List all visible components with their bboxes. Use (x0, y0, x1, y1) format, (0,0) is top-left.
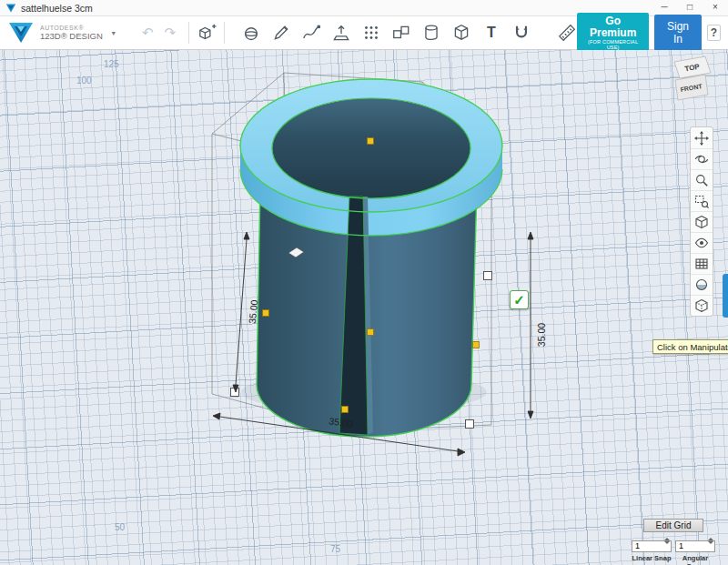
linear-snap-label: Linear Snap (632, 554, 672, 562)
maximize-button[interactable]: □ (677, 0, 703, 15)
cylinder-icon (421, 23, 441, 43)
solid-tool-button[interactable] (450, 21, 473, 45)
zoom-button[interactable] (691, 169, 713, 190)
combine-tool-button[interactable] (420, 21, 443, 45)
pencil-icon (271, 23, 291, 43)
tool-group: T (239, 21, 533, 45)
orbit-icon (694, 152, 709, 166)
toolbar-divider (188, 22, 189, 44)
move-handle[interactable] (342, 407, 349, 413)
show-grid-button[interactable] (691, 253, 713, 274)
text-tool-icon: T (487, 25, 496, 41)
ruler-icon (557, 23, 577, 43)
material-button[interactable] (691, 274, 713, 295)
linear-snap-spinner[interactable] (664, 538, 670, 544)
pattern-tool-button[interactable] (359, 21, 383, 45)
zoom-window-button[interactable] (691, 190, 713, 211)
brand: AUTODESK® 123D® DESIGN ▾ (7, 21, 136, 45)
material-icon (694, 277, 709, 292)
group-cubes-icon (391, 23, 411, 43)
edit-grid-button[interactable]: Edit Grid (643, 519, 703, 532)
brand-line1: AUTODESK® (40, 25, 103, 31)
minimize-button[interactable]: ─ (652, 0, 677, 15)
dimension-arrow (528, 232, 533, 239)
transform-tool-button[interactable] (197, 21, 217, 45)
cube-icon (451, 23, 471, 43)
premium-subtitle: (FOR COMMERCIAL USE) (586, 39, 641, 50)
brand-line2: 123D® DESIGN (40, 31, 103, 41)
view-toolbar (690, 126, 713, 317)
pan-button[interactable] (691, 127, 713, 148)
pattern-dots-icon (361, 23, 381, 43)
dimension-line (236, 239, 247, 385)
dimension-arrow (213, 413, 220, 419)
magnet-icon (511, 23, 531, 43)
redo-button[interactable]: ↷ (165, 25, 177, 41)
wireframe-cube-icon (694, 298, 709, 313)
dimension-label[interactable]: 35.00 (247, 299, 259, 324)
grid-icon (694, 257, 709, 271)
pan-icon (694, 131, 709, 146)
magnifier-icon (694, 173, 709, 187)
sphere-icon (241, 23, 261, 43)
angular-snap-label: Angular Snap (675, 554, 715, 565)
help-button[interactable]: ? (707, 25, 721, 41)
undo-button[interactable]: ↶ (142, 25, 154, 41)
main-toolbar: AUTODESK® 123D® DESIGN ▾ ↶ ↷ (0, 16, 728, 50)
spline-tool-button[interactable] (299, 21, 323, 45)
angular-snap-spinner[interactable] (708, 538, 713, 544)
spline-icon (301, 23, 321, 43)
dimension-arrow (244, 232, 249, 239)
manipulator-tooltip: Click on Manipulator a (652, 339, 728, 354)
view-cube: TOP FRONT (674, 56, 711, 100)
grid-snap-panel: Edit Grid Linear Snap Angular Snap (632, 519, 715, 565)
brand-logo-icon (7, 21, 35, 45)
cube-view-icon (694, 215, 709, 229)
construct-tool-button[interactable] (329, 21, 353, 45)
dimension-label[interactable]: 35.00 (536, 323, 547, 347)
measure-tool-button[interactable] (557, 21, 577, 45)
app-logo-icon (5, 3, 16, 14)
zoom-window-icon (694, 194, 709, 208)
snap-tool-button[interactable] (510, 21, 533, 45)
eye-icon (694, 236, 709, 250)
sketch-tool-button[interactable] (269, 21, 293, 45)
menu-chevron-icon[interactable]: ▾ (112, 29, 116, 37)
confirm-button[interactable]: ✓ (510, 290, 529, 309)
go-premium-button[interactable]: Go Premium (FOR COMMERCIAL USE) (577, 13, 650, 53)
close-button[interactable]: × (703, 0, 728, 15)
dimension-arrow (458, 449, 465, 456)
text-tool-button[interactable]: T (480, 21, 503, 45)
side-panel-tab[interactable] (723, 274, 728, 318)
model-cavity (272, 98, 470, 198)
primitives-tool-button[interactable] (239, 21, 263, 45)
visibility-button[interactable] (691, 232, 713, 253)
move-handle[interactable] (263, 310, 269, 317)
dimension-arrow (528, 411, 533, 419)
move-handle[interactable] (473, 342, 480, 348)
toolbar-divider (224, 22, 225, 44)
brand-name: AUTODESK® 123D® DESIGN (40, 25, 103, 41)
window-title: sattelhuelse 3cm (21, 3, 93, 14)
transform-icon (197, 23, 217, 43)
sign-in-button[interactable]: Sign In (654, 15, 701, 51)
fit-view-button[interactable] (691, 211, 713, 232)
3d-viewport[interactable]: 125 100 50 75 (0, 50, 728, 565)
premium-label: Go Premium (586, 15, 641, 39)
outline-mode-button[interactable] (691, 295, 713, 316)
scale-handle[interactable] (466, 420, 474, 429)
scene-overlay: 35.00 35.00 35.00 TOP FRONT (0, 50, 728, 565)
move-handle[interactable] (368, 138, 374, 145)
model-split-cylinder[interactable] (240, 79, 502, 437)
grouping-tool-button[interactable] (389, 21, 413, 45)
extrude-icon (331, 23, 351, 43)
scale-handle[interactable] (484, 272, 492, 280)
orbit-button[interactable] (691, 148, 713, 169)
move-handle[interactable] (368, 329, 374, 336)
